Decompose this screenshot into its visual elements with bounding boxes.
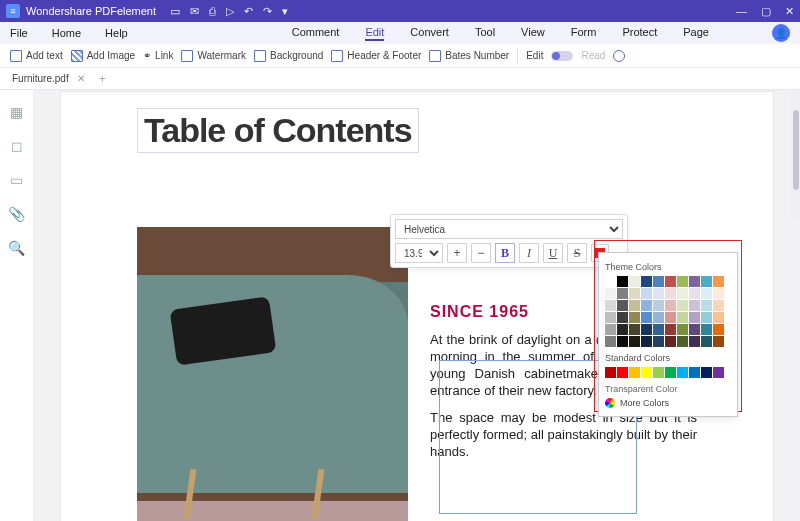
open-icon[interactable]: ▭ [170,5,180,18]
more-icon[interactable]: ▾ [282,5,288,18]
mail-icon[interactable]: ✉ [190,5,199,18]
vertical-scrollbar[interactable] [790,90,800,220]
color-swatch[interactable] [677,312,688,323]
color-swatch[interactable] [689,288,700,299]
add-image-button[interactable]: Add Image [71,50,135,62]
color-swatch[interactable] [605,288,616,299]
undo-icon[interactable]: ↶ [244,5,253,18]
settings-icon[interactable] [613,50,625,62]
color-swatch[interactable] [689,312,700,323]
menu-home[interactable]: Home [52,27,81,39]
color-swatch[interactable] [617,312,628,323]
maximize-button[interactable]: ▢ [761,5,771,18]
color-swatch[interactable] [641,300,652,311]
watermark-button[interactable]: Watermark [181,50,246,62]
color-swatch[interactable] [689,300,700,311]
color-swatch[interactable] [713,324,724,335]
color-swatch[interactable] [605,300,616,311]
color-swatch[interactable] [653,336,664,347]
color-swatch[interactable] [677,324,688,335]
color-swatch[interactable] [713,367,724,378]
color-swatch[interactable] [677,288,688,299]
decrease-size-button[interactable]: − [471,243,491,263]
tab-convert[interactable]: Convert [410,26,449,41]
color-swatch[interactable] [665,367,676,378]
color-swatch[interactable] [617,276,628,287]
color-swatch[interactable] [629,276,640,287]
menu-help[interactable]: Help [105,27,128,39]
color-swatch[interactable] [617,336,628,347]
color-swatch[interactable] [653,324,664,335]
color-swatch[interactable] [701,312,712,323]
bates-number-button[interactable]: Bates Number [429,50,509,62]
color-swatch[interactable] [605,367,616,378]
color-swatch[interactable] [629,288,640,299]
color-swatch[interactable] [629,324,640,335]
color-swatch[interactable] [653,276,664,287]
search-icon[interactable]: 🔍 [8,240,25,256]
strikethrough-button[interactable]: S [567,243,587,263]
color-swatch[interactable] [677,336,688,347]
bookmark-icon[interactable]: ◻ [11,138,23,154]
color-swatch[interactable] [641,324,652,335]
color-swatch[interactable] [701,367,712,378]
tab-view[interactable]: View [521,26,545,41]
color-swatch[interactable] [605,276,616,287]
color-swatch[interactable] [617,300,628,311]
color-swatch[interactable] [605,336,616,347]
tab-protect[interactable]: Protect [622,26,657,41]
color-swatch[interactable] [653,300,664,311]
color-swatch[interactable] [689,324,700,335]
color-swatch[interactable] [665,312,676,323]
color-swatch[interactable] [617,324,628,335]
background-button[interactable]: Background [254,50,323,62]
color-swatch[interactable] [701,300,712,311]
save-icon[interactable]: ▷ [226,5,234,18]
color-swatch[interactable] [713,276,724,287]
new-tab-button[interactable]: + [99,72,106,86]
color-swatch[interactable] [701,276,712,287]
add-text-button[interactable]: Add text [10,50,63,62]
color-swatch[interactable] [605,324,616,335]
color-swatch[interactable] [653,367,664,378]
header-footer-button[interactable]: Header & Footer [331,50,421,62]
color-swatch[interactable] [701,336,712,347]
color-swatch[interactable] [713,336,724,347]
comments-icon[interactable]: ▭ [10,172,23,188]
redo-icon[interactable]: ↷ [263,5,272,18]
tab-form[interactable]: Form [571,26,597,41]
furniture-image[interactable] [137,227,408,521]
color-swatch[interactable] [677,276,688,287]
print-icon[interactable]: ⎙ [209,5,216,17]
thumbnails-icon[interactable]: ▦ [10,104,23,120]
edit-read-toggle[interactable] [551,51,573,61]
attachments-icon[interactable]: 📎 [8,206,25,222]
color-swatch[interactable] [629,312,640,323]
color-swatch[interactable] [641,336,652,347]
more-colors-button[interactable]: More Colors [605,396,731,410]
minimize-button[interactable]: — [736,5,747,18]
color-swatch[interactable] [641,367,652,378]
heading-toc[interactable]: Table of Contents [137,108,419,153]
scrollbar-thumb[interactable] [793,110,799,190]
color-swatch[interactable] [641,276,652,287]
color-swatch[interactable] [629,336,640,347]
link-button[interactable]: ⚭Link [143,50,173,61]
font-family-select[interactable]: Helvetica [395,219,623,239]
color-swatch[interactable] [605,312,616,323]
menu-file[interactable]: File [10,27,28,39]
color-swatch[interactable] [653,288,664,299]
increase-size-button[interactable]: + [447,243,467,263]
font-size-select[interactable]: 13.94 [395,243,443,263]
color-swatch[interactable] [713,288,724,299]
color-swatch[interactable] [629,300,640,311]
color-swatch[interactable] [665,324,676,335]
color-swatch[interactable] [641,288,652,299]
tab-close-icon[interactable]: ✕ [77,73,85,84]
color-swatch[interactable] [713,312,724,323]
color-swatch[interactable] [713,300,724,311]
tab-tool[interactable]: Tool [475,26,495,41]
close-button[interactable]: ✕ [785,5,794,18]
color-swatch[interactable] [665,288,676,299]
color-swatch[interactable] [689,276,700,287]
